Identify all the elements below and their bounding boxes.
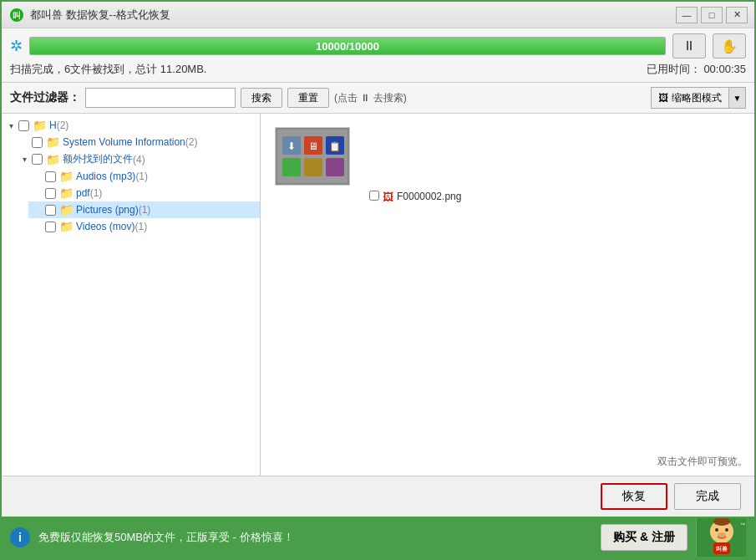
filter-input[interactable] [85, 88, 236, 108]
buy-button[interactable]: 购买 & 注册 [601, 524, 688, 551]
action-bar: 恢复 完成 [2, 476, 754, 517]
restore-button[interactable]: 恢复 [601, 483, 667, 510]
folder-icon-pdf: 📁 [59, 186, 74, 200]
maximize-button[interactable]: □ [701, 7, 723, 23]
svg-point-15 [725, 528, 728, 532]
expand-icon-extra: ▾ [18, 154, 30, 165]
tree-label-extra: 额外找到的文件 [63, 152, 133, 166]
main-window: 叫 都叫兽 数据恢复--格式化恢复 — □ ✕ ✲ 10000/10000 ⏸ … [0, 0, 756, 560]
tree-label-audios: Audios (mp3) [76, 171, 135, 182]
file-item-thumbnail[interactable]: ⬇ 🖥 📋 [271, 124, 354, 203]
footer-text: 免费版仅能恢复50MB的文件，正版享受 - 价格惊喜！ [38, 530, 592, 545]
checkbox-pictures[interactable] [45, 205, 56, 216]
tree-item-svi[interactable]: 📁 System Volume Information (2) [15, 134, 260, 150]
tree-label-videos: Videos (mov) [76, 221, 134, 232]
elapsed-label: 已用时间： [647, 63, 701, 75]
info-icon: i [10, 527, 30, 547]
filter-bar: 文件过滤器： 搜索 重置 (点击 ⏸ 去搜索) 🖼 缩略图模式 ▼ [2, 83, 754, 114]
progress-area: ✲ 10000/10000 ⏸ ✋ 扫描完成，6文件被找到，总计 11.20MB… [2, 28, 754, 83]
mascot: 叫兽 ™ [696, 518, 746, 557]
progress-value: 10000/10000 [316, 40, 379, 53]
footer: i 免费版仅能恢复50MB的文件，正版享受 - 价格惊喜！ 购买 & 注册 叫兽… [2, 517, 754, 558]
pause-button[interactable]: ⏸ [672, 33, 706, 59]
checkbox-audios[interactable] [45, 171, 56, 182]
done-button[interactable]: 完成 [674, 483, 741, 510]
svg-text:叫: 叫 [13, 11, 21, 20]
tree-item-extra[interactable]: ▾ 📁 额外找到的文件 (4) [15, 150, 260, 168]
preview-hint: 双击文件即可预览。 [657, 455, 748, 469]
svg-text:📋: 📋 [329, 140, 341, 152]
file-thumbnail: ⬇ 🖥 📋 [275, 127, 350, 186]
svg-point-14 [715, 528, 718, 532]
folder-icon-h: 📁 [33, 119, 47, 132]
view-mode-container: 🖼 缩略图模式 ▼ [651, 87, 746, 109]
tree-label-pictures: Pictures (png) [76, 204, 139, 216]
filter-label: 文件过滤器： [10, 90, 80, 105]
folder-icon-audios: 📁 [59, 170, 74, 183]
tree-count-pdf: (1) [90, 187, 103, 199]
checkbox-svi[interactable] [32, 137, 43, 148]
folder-icon-extra: 📁 [46, 153, 60, 166]
tree-count-pictures: (1) [139, 204, 151, 216]
status-text: 扫描完成，6文件被找到，总计 11.20MB. [10, 62, 207, 77]
search-hint: (点击 ⏸ 去搜索) [334, 91, 407, 105]
progress-row: ✲ 10000/10000 ⏸ ✋ [10, 33, 746, 59]
checkbox-extra[interactable] [32, 154, 43, 165]
svg-rect-8 [304, 158, 322, 176]
view-mode-dropdown-button[interactable]: ▼ [729, 87, 746, 109]
checkbox-h[interactable] [18, 120, 29, 131]
window-title: 都叫兽 数据恢复--格式化恢复 [30, 8, 676, 23]
expand-icon-h: ▾ [5, 120, 17, 131]
svg-text:™: ™ [740, 522, 745, 527]
view-mode-icon: 🖼 [658, 92, 668, 104]
svg-text:🖥: 🖥 [308, 140, 318, 152]
checkbox-pdf[interactable] [45, 188, 56, 199]
search-button[interactable]: 搜索 [241, 88, 282, 108]
progress-bar-container: 10000/10000 [29, 37, 666, 55]
expand-icon-audios [32, 171, 43, 182]
progress-bar-fill: 10000/10000 [30, 38, 665, 54]
file-type-icon: 🖼 [383, 191, 393, 203]
tree-panel: ▾ 📁 H (2) 📁 System Volume Information (2… [2, 114, 261, 476]
folder-icon-pictures: 📁 [59, 203, 74, 216]
checkbox-videos[interactable] [45, 221, 56, 232]
elapsed-value: 00:00:35 [703, 63, 746, 75]
tree-count-h: (2) [57, 120, 69, 131]
preview-panel: ⬇ 🖥 📋 🖼 F0000002.png 双击文件即可预览。 [261, 114, 754, 476]
app-icon: 叫 [8, 7, 25, 23]
expand-icon-pictures [32, 204, 43, 216]
tree-item-videos[interactable]: 📁 Videos (mov) (1) [28, 218, 260, 235]
tree-count-videos: (1) [134, 221, 147, 232]
file-grid: ⬇ 🖥 📋 🖼 F0000002.png [267, 120, 748, 206]
tree-label-h: H [49, 120, 57, 131]
tree-count-extra: (4) [133, 154, 145, 165]
view-mode-button[interactable]: 🖼 缩略图模式 [651, 87, 729, 109]
expand-icon-pdf [32, 187, 43, 199]
tree-item-audios[interactable]: 📁 Audios (mp3) (1) [28, 168, 260, 185]
expand-icon-svi [18, 136, 30, 148]
main-content: ▾ 📁 H (2) 📁 System Volume Information (2… [2, 114, 754, 476]
tree-item-pictures[interactable]: 📁 Pictures (png) (1) [28, 201, 260, 218]
tree-item-pdf[interactable]: 📁 pdf (1) [28, 185, 260, 201]
timer-text: 已用时间： 00:00:35 [647, 62, 746, 77]
file-name-f0000002: F0000002.png [397, 191, 461, 202]
svg-text:叫兽: 叫兽 [716, 545, 728, 552]
tree-label-svi: System Volume Information [63, 136, 185, 148]
spin-icon: ✲ [10, 37, 23, 55]
file-checkbox[interactable] [369, 191, 379, 201]
minimize-button[interactable]: — [676, 7, 698, 23]
tree-count-audios: (1) [135, 171, 148, 182]
svg-rect-7 [282, 158, 301, 176]
folder-icon-videos: 📁 [59, 220, 74, 233]
reset-button[interactable]: 重置 [287, 88, 329, 108]
svg-text:⬇: ⬇ [287, 140, 296, 152]
thumb-inner: ⬇ 🖥 📋 [276, 128, 349, 185]
window-controls: — □ ✕ [676, 7, 748, 23]
expand-icon-videos [32, 221, 43, 232]
status-row: 扫描完成，6文件被找到，总计 11.20MB. 已用时间： 00:00:35 [10, 62, 746, 77]
tree-item-h[interactable]: ▾ 📁 H (2) [2, 117, 260, 134]
stop-button[interactable]: ✋ [713, 33, 746, 59]
close-button[interactable]: ✕ [726, 7, 748, 23]
file-entry[interactable]: 🖼 F0000002.png [369, 191, 461, 203]
view-mode-label: 缩略图模式 [672, 91, 722, 105]
